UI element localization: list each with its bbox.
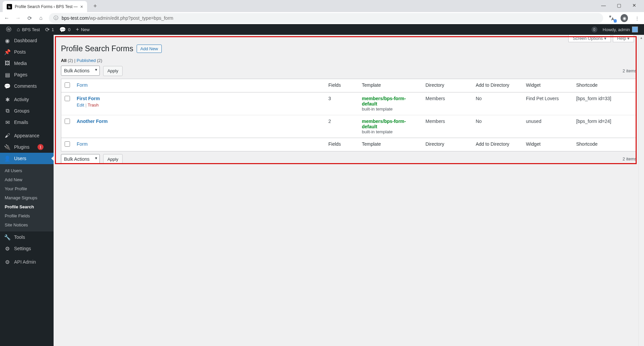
filter-published[interactable]: Published bbox=[77, 58, 96, 63]
menu-api-admin[interactable]: ⚙API Admin bbox=[0, 256, 54, 268]
kebab-menu-icon[interactable]: ⋮ bbox=[633, 14, 641, 22]
cell-directory: Members bbox=[422, 115, 473, 138]
translate-icon[interactable]: 0 bbox=[608, 14, 615, 22]
template-link[interactable]: members/bps-form-default bbox=[362, 119, 406, 129]
sub-profile-fields[interactable]: Profile Fields bbox=[0, 211, 54, 220]
cell-widget: Find Pet Lovers bbox=[523, 92, 573, 115]
forms-table: Form Fields Template Directory Add to Di… bbox=[61, 79, 637, 151]
reload-button[interactable]: ⟳ bbox=[26, 15, 33, 21]
wp-adminbar: ⓦ ⌂BPS Test ⟳1 💬0 +New 0 Howdy, admin bbox=[0, 24, 644, 35]
cell-fields: 2 bbox=[325, 115, 359, 138]
back-button[interactable]: ← bbox=[3, 15, 10, 21]
brush-icon: 🖌 bbox=[4, 133, 11, 139]
col-add-footer: Add to Directory bbox=[473, 138, 523, 151]
menu-groups[interactable]: ⧉Groups bbox=[0, 105, 54, 117]
home-button[interactable]: ⌂ bbox=[38, 15, 44, 21]
row-checkbox[interactable] bbox=[65, 119, 70, 124]
edit-link[interactable]: Edit bbox=[77, 102, 84, 108]
minimize-button[interactable]: — bbox=[596, 0, 611, 11]
page-icon: ▤ bbox=[4, 72, 11, 78]
comments-link[interactable]: 💬0 bbox=[57, 24, 73, 35]
notification-badge[interactable]: 0 bbox=[591, 26, 597, 32]
browser-tab[interactable]: b Profile Search Forms ‹ BPS Test — × bbox=[3, 1, 87, 12]
menu-settings[interactable]: ⚙Settings bbox=[0, 243, 54, 254]
form-title-link[interactable]: First Form bbox=[77, 96, 100, 101]
sub-all-users[interactable]: All Users bbox=[0, 166, 54, 175]
col-form-footer[interactable]: Form bbox=[77, 141, 88, 147]
col-fields-header: Fields bbox=[325, 79, 359, 92]
menu-label: Comments bbox=[14, 83, 37, 89]
groups-icon: ⧉ bbox=[4, 108, 11, 114]
table-row: Another Form2members/bps-form-defaultbui… bbox=[61, 115, 637, 138]
menu-label: Settings bbox=[14, 246, 31, 251]
wp-logo[interactable]: ⓦ bbox=[3, 24, 14, 35]
new-tab-button[interactable]: + bbox=[90, 1, 100, 11]
submenu-users: All Users Add New Your Profile Manage Si… bbox=[0, 164, 54, 231]
menu-emails[interactable]: ✉Emails bbox=[0, 117, 54, 128]
select-all-bottom[interactable] bbox=[65, 141, 70, 147]
site-info-icon[interactable]: ⓘ bbox=[54, 15, 58, 21]
bulk-actions-select-bottom[interactable]: Bulk Actions bbox=[61, 154, 100, 164]
close-window-button[interactable]: ✕ bbox=[627, 0, 642, 11]
col-form-header[interactable]: Form bbox=[77, 82, 88, 88]
menu-dashboard[interactable]: ◉Dashboard bbox=[0, 35, 54, 46]
tablenav-bottom: Bulk Actions Apply 2 items bbox=[61, 154, 637, 164]
row-checkbox[interactable] bbox=[65, 96, 70, 101]
profile-icon[interactable]: ◉ bbox=[621, 14, 628, 22]
media-icon: 🖾 bbox=[4, 60, 11, 66]
status-filters: All (2) | Published (2) bbox=[61, 58, 637, 63]
menu-activity[interactable]: ✱Activity bbox=[0, 94, 54, 105]
bulk-actions-select[interactable]: Bulk Actions bbox=[61, 66, 100, 76]
tab-title: Profile Search Forms ‹ BPS Test — bbox=[15, 4, 78, 9]
col-directory-footer: Directory bbox=[422, 138, 473, 151]
apply-button-bottom[interactable]: Apply bbox=[103, 154, 123, 164]
trash-link[interactable]: Trash bbox=[88, 102, 99, 108]
col-shortcode-footer: Shortcode bbox=[573, 138, 637, 151]
menu-pages[interactable]: ▤Pages bbox=[0, 69, 54, 80]
scrollbar[interactable]: ▲ bbox=[638, 35, 644, 346]
forward-button[interactable]: → bbox=[15, 15, 21, 21]
sub-manage-signups[interactable]: Manage Signups bbox=[0, 193, 54, 202]
help-button[interactable]: Help ▾ bbox=[613, 35, 634, 42]
new-content[interactable]: +New bbox=[73, 24, 92, 35]
menu-users[interactable]: 👤Users bbox=[0, 153, 54, 164]
address-bar[interactable]: ⓘ bps-test.com/wp-admin/edit.php?post_ty… bbox=[49, 13, 603, 23]
tab-close-icon[interactable]: × bbox=[80, 4, 83, 9]
site-name-label: BPS Test bbox=[22, 27, 40, 32]
email-icon: ✉ bbox=[4, 119, 11, 126]
updates-link[interactable]: ⟳1 bbox=[43, 24, 57, 35]
col-directory-header: Directory bbox=[422, 79, 473, 92]
scroll-up-icon[interactable]: ▲ bbox=[639, 35, 644, 41]
sub-profile-search[interactable]: Profile Search bbox=[0, 202, 54, 211]
menu-appearance[interactable]: 🖌Appearance bbox=[0, 130, 54, 141]
template-link[interactable]: members/bps-form-default bbox=[362, 96, 406, 107]
sub-your-profile[interactable]: Your Profile bbox=[0, 184, 54, 193]
my-account[interactable]: Howdy, admin bbox=[600, 24, 641, 35]
maximize-button[interactable]: ▢ bbox=[611, 0, 627, 11]
plugin-icon: 🔌 bbox=[4, 144, 11, 150]
menu-label: Plugins bbox=[14, 144, 29, 150]
filter-all[interactable]: All bbox=[61, 58, 67, 63]
filter-all-count: (2) bbox=[68, 58, 73, 63]
site-name[interactable]: ⌂BPS Test bbox=[14, 24, 43, 35]
add-new-button[interactable]: Add New bbox=[137, 45, 162, 53]
apply-button-top[interactable]: Apply bbox=[103, 66, 123, 76]
filter-all-label: All bbox=[61, 58, 67, 63]
menu-media[interactable]: 🖾Media bbox=[0, 58, 54, 69]
sub-add-new[interactable]: Add New bbox=[0, 175, 54, 184]
select-all-top[interactable] bbox=[65, 82, 70, 88]
menu-plugins[interactable]: 🔌Plugins 1 bbox=[0, 141, 54, 153]
screen-options-button[interactable]: Screen Options ▾ bbox=[568, 35, 611, 42]
menu-comments[interactable]: 💬Comments bbox=[0, 80, 54, 92]
sub-site-notices[interactable]: Site Notices bbox=[0, 220, 54, 229]
menu-label: Posts bbox=[14, 49, 26, 55]
cell-fields: 3 bbox=[325, 92, 359, 115]
menu-posts[interactable]: 📌Posts bbox=[0, 46, 54, 58]
menu-tools[interactable]: 🔧Tools bbox=[0, 231, 54, 243]
template-sub: built-in template bbox=[362, 129, 419, 134]
form-title-link[interactable]: Another Form bbox=[77, 119, 108, 124]
row-actions: Edit | Trash bbox=[77, 102, 322, 108]
menu-label: Tools bbox=[14, 234, 25, 240]
col-fields-footer: Fields bbox=[325, 138, 359, 151]
items-count-bottom: 2 items bbox=[623, 156, 637, 161]
